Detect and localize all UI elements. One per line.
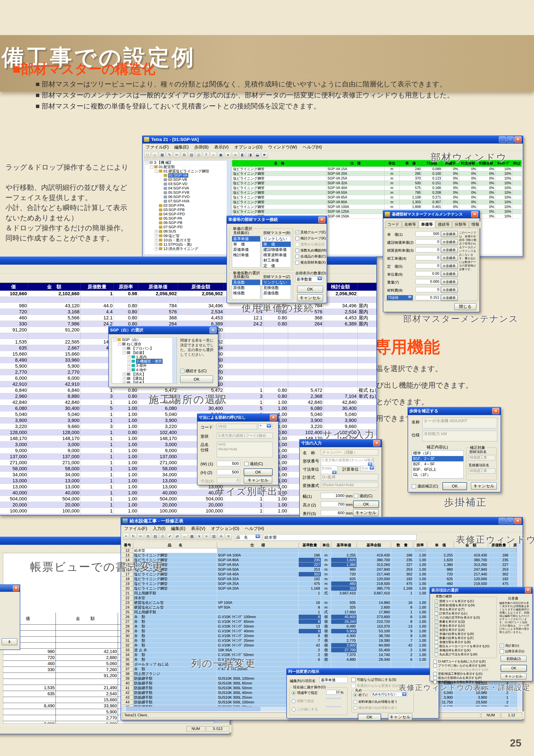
grid-cell[interactable]: 110,370 [357, 624, 391, 629]
grid-cell[interactable] [217, 610, 299, 615]
menu-item[interactable]: ファイル(F) [145, 144, 168, 150]
grid-cell[interactable]: 1 [391, 610, 414, 615]
grid-cell[interactable]: 1.00 [414, 567, 427, 572]
grid-cell[interactable]: 1,169 [391, 586, 414, 591]
column-name-field[interactable]: 基準単価 [319, 677, 347, 683]
tree-expander[interactable]: + [127, 355, 131, 359]
checkbox-option[interactable]: ✓部材コードを表示する(C) [435, 599, 474, 603]
grid-cell[interactable]: 6 [299, 615, 321, 619]
grid-cell[interactable]: 0.80 [509, 553, 517, 558]
grid-cell[interactable]: 1.00 [414, 657, 427, 662]
grid-cell[interactable]: VP 100A [217, 600, 299, 605]
row-number[interactable]: 22 [122, 596, 133, 600]
value-field[interactable]: 500 [416, 231, 441, 236]
grid-cell[interactable]: 720 [427, 572, 454, 577]
tab-3[interactable]: 接続等 [436, 221, 452, 228]
row-number[interactable]: 44 [122, 700, 133, 705]
arrow-icon[interactable]: ↔ [181, 533, 188, 540]
grid-cell[interactable]: 個 [321, 619, 331, 624]
grid-cell[interactable] [357, 662, 391, 667]
inherit-button[interactable]: 0:非継承 [441, 271, 458, 277]
list-item[interactable]: 単 価 [232, 242, 260, 247]
grid-cell[interactable]: 1.00 [414, 619, 427, 624]
grid-cell[interactable]: 3,667,410 [331, 591, 357, 596]
grid-cell[interactable]: 302 [391, 572, 414, 577]
grid-cell[interactable]: 1.00 [509, 705, 517, 706]
grid-cell[interactable]: 2,000 [331, 643, 357, 648]
calc-icon[interactable]: ≡ [203, 533, 210, 540]
ok-button[interactable]: OK [353, 500, 379, 508]
grid-cell[interactable]: 1 [488, 695, 509, 700]
grid-cell[interactable]: 419,430 [357, 553, 391, 558]
list-item[interactable]: 原価単価 [232, 247, 260, 252]
search-field[interactable]: 給水管 [263, 534, 417, 541]
grid-cell[interactable] [391, 662, 414, 667]
grid-cell[interactable]: 625 [331, 577, 357, 581]
rate-radio[interactable]: 増減率で指定 [292, 691, 318, 695]
grid-cell[interactable]: 弁 類 [133, 615, 217, 619]
code-field[interactable]: VHS [217, 424, 257, 429]
value-field[interactable]: 0.000 [416, 279, 441, 284]
grid-cell[interactable] [217, 596, 299, 600]
list-item[interactable]: 見積係数 [262, 285, 291, 290]
dialog-titlebar[interactable]: 寸法による部材の呼び出し✕ [197, 413, 278, 421]
close-dialog-button[interactable]: 閉じる [454, 303, 476, 310]
list-item[interactable]: 原価係数 [262, 290, 291, 296]
grid-cell[interactable]: 1,380 [427, 562, 454, 567]
tree-item[interactable]: 06:SGP-PB [164, 221, 182, 225]
grid-cell[interactable]: 192 [391, 577, 414, 581]
column-header[interactable]: 品 名 [133, 542, 217, 548]
menu-item[interactable]: オプション(O) [211, 526, 239, 531]
grid-cell[interactable]: 個 [321, 653, 331, 657]
grid-cell[interactable]: m [321, 558, 331, 562]
tree-expander[interactable]: − [150, 165, 153, 169]
row-number[interactable]: 18 [122, 577, 133, 581]
grid-cell[interactable]: G.V10K ﾗｲﾆﾝｸﾞ 40mm [217, 629, 299, 634]
tree-item[interactable]: 02:SGP-FPA [164, 203, 184, 208]
row-number[interactable]: 23 [122, 600, 133, 605]
close-button[interactable]: ✕ [492, 408, 499, 414]
master-price-listbox[interactable]: リンクしない単 価建設物価単価積算資料単価材工単価定 価 [262, 236, 291, 268]
grid-cell[interactable] [331, 662, 357, 667]
grid-cell[interactable]: 42 [299, 643, 321, 648]
ok-button[interactable]: OK [443, 482, 467, 490]
continuous-correction-checkbox[interactable]: 連続補正(C) [412, 484, 438, 489]
grid-cell[interactable]: 8,490 [331, 624, 357, 629]
grid-cell[interactable]: 7 [299, 638, 321, 643]
grid-cell[interactable]: 式 [321, 610, 331, 615]
menu-item[interactable]: 歩掛(B) [194, 144, 209, 150]
close-button[interactable]: ✕ [373, 440, 380, 446]
grid-cell[interactable]: 2,770 [331, 638, 357, 643]
grid-cell[interactable]: 弁 類 [133, 643, 217, 648]
grid-cell[interactable]: 8 [391, 605, 414, 610]
grid-cell[interactable]: 防振継手類 [133, 681, 217, 686]
row-number[interactable]: 12 [122, 548, 133, 553]
tree-expander[interactable]: + [155, 247, 158, 251]
grid-cell[interactable]: 防振継手類 [133, 695, 217, 700]
grid-cell[interactable]: 13 [299, 624, 321, 629]
grid-cell[interactable]: 6 [391, 657, 414, 662]
grid-cell[interactable]: 塩ビライニング鋼管 [133, 586, 217, 591]
money-icon[interactable]: ¥ [196, 533, 202, 540]
close-button[interactable]: ✕ [525, 587, 531, 593]
grid-cell[interactable]: m [321, 600, 331, 605]
tree-expander[interactable]: − [113, 338, 116, 341]
grid-cell[interactable]: SGP-VA 50A [217, 567, 299, 572]
grid-cell[interactable] [331, 596, 357, 600]
minimize-button[interactable]: _ [499, 136, 506, 143]
grid-cell[interactable]: 2,600 [357, 605, 391, 610]
scroll-thumb[interactable] [126, 707, 260, 711]
grid-cell[interactable]: 253 [488, 567, 509, 572]
grid-cell[interactable] [299, 548, 321, 553]
tree-item[interactable]: 02:SGP-VB [168, 177, 187, 182]
grid-cell[interactable]: 1.00 [414, 600, 427, 605]
continue-checkbox[interactable]: ✓継続する(C) [180, 368, 207, 373]
grid-cell[interactable]: 硬質塩化ビニル管 [133, 605, 217, 610]
checkbox-option[interactable]: ✓単価の比率を表示する(R) [435, 632, 474, 636]
grid-cell[interactable]: 218,500 [454, 581, 488, 586]
grid-cell[interactable]: 227 [299, 562, 321, 567]
tree-expander[interactable]: − [118, 342, 121, 346]
material-radio[interactable]: 材料単価の丸め情報を使う [353, 700, 397, 704]
inherit-button[interactable]: 0:非継承 [441, 247, 458, 253]
grid-cell[interactable]: 1.00 [414, 572, 427, 577]
